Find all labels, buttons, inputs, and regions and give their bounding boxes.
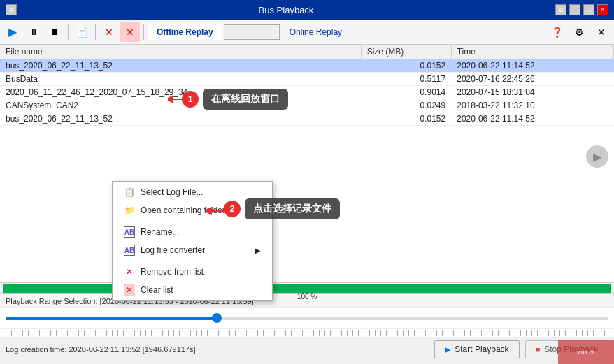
cell-time: 2020-07-16 22:45:26 (451, 73, 613, 86)
table-row[interactable]: bus_2020_06_22_11_13_52 0.0152 2020-06-2… (0, 112, 614, 126)
file-list-container[interactable]: File name Size (MB) Time bus_2020_06_22_… (0, 45, 614, 282)
callout-bubble-1: 在离线回放窗口 (203, 89, 288, 110)
stop-button[interactable]: ⏹ (45, 22, 64, 42)
progress-bar: 100 % (3, 284, 611, 293)
log-time-label: Log creation time: 2020-06-22 11:13:52 [… (6, 345, 429, 354)
table-row[interactable]: bus_2020_06_22_11_13_52 0.0152 2020-06-2… (0, 59, 614, 73)
tab-offline[interactable]: Offline Replay (148, 24, 222, 40)
remove-icon: ✕ (124, 266, 135, 277)
tab-input[interactable] (224, 24, 280, 40)
cell-time: 2018-03-22 11:32:10 (451, 99, 613, 112)
close-btn[interactable]: ✕ (597, 4, 608, 15)
window-title: Bus Playback (17, 5, 555, 15)
title-bar-controls: ⧉ ─ □ ✕ (555, 4, 608, 15)
converter-icon: AB (124, 245, 135, 256)
table-row[interactable]: BusData 0.5117 2020-07-16 22:45:26 (0, 73, 614, 86)
callout-circle-1: 1 (182, 91, 199, 108)
cell-filename: bus_2020_06_22_11_13_52 (0, 59, 361, 73)
title-bar: ⧉ Bus Playback ⧉ ─ □ ✕ (0, 0, 614, 20)
menu-item-remove-label: Remove from list (141, 267, 204, 277)
help-button[interactable]: ❓ (547, 22, 566, 42)
menu-item-rename[interactable]: AB Rename... (113, 223, 272, 241)
menu-item-rename-label: Rename... (141, 227, 179, 237)
slider-fill (6, 317, 217, 320)
clear-icon: ✕ (124, 284, 135, 296)
cell-filename: bus_2020_06_22_11_13_52 (0, 112, 361, 126)
cell-filename: CANSystem_CAN2 (0, 99, 361, 112)
cell-filename: BusData (0, 73, 361, 86)
submenu-arrow-icon: ▶ (255, 247, 261, 254)
play-button[interactable]: ▶ (3, 22, 22, 42)
progress-label: 100 % (297, 293, 317, 301)
bottom-bar: Log creation time: 2020-06-22 11:13:52 [… (0, 337, 614, 361)
new-file-button[interactable]: 📄 (72, 22, 92, 42)
cell-size: 0.0152 (361, 59, 451, 73)
rename-icon: AB (124, 226, 135, 238)
start-playback-label: Start Playback (455, 344, 508, 354)
delete-button[interactable]: ✕ (99, 22, 119, 42)
menu-sep1 (113, 221, 272, 221)
cell-size: 0.0249 (361, 99, 451, 112)
right-arrow-button[interactable]: ▶ (586, 145, 608, 168)
menu-item-log-converter-label: Log file converter (141, 245, 205, 255)
main-area: File name Size (MB) Time bus_2020_06_22_… (0, 45, 614, 282)
cell-size: 0.5117 (361, 73, 451, 86)
file-table: File name Size (MB) Time bus_2020_06_22_… (0, 45, 614, 126)
start-play-icon (445, 344, 450, 354)
col-header-filename: File name (0, 45, 361, 59)
restore-btn[interactable]: ⧉ (555, 4, 566, 15)
toolbar: ▶ ⏸ ⏹ 📄 ✕ ✕ Offline Replay Online Replay… (0, 20, 614, 45)
menu-item-clear-label: Clear list (141, 285, 173, 295)
watermark: icha.cn (558, 340, 614, 364)
cell-filename: 2020_06_11_22_46_12_2020_07_15_18_29_34 (0, 86, 361, 99)
maximize-btn[interactable]: □ (583, 4, 594, 15)
sep1 (68, 24, 69, 40)
table-row[interactable]: CANSystem_CAN2 0.0249 2018-03-22 11:32:1… (0, 99, 614, 112)
slider-thumb[interactable] (212, 313, 222, 323)
progress-area: 100 % (0, 282, 614, 293)
close-toolbar-button[interactable]: ✕ (592, 22, 611, 42)
settings-button[interactable]: ⚙ (569, 22, 589, 42)
col-header-time: Time (451, 45, 613, 59)
tick-marks-area (0, 328, 614, 337)
toolbar-right: ❓ ⚙ ✕ (547, 22, 611, 42)
delete2-button[interactable]: ✕ (120, 22, 140, 42)
title-bar-left-controls: ⧉ (6, 4, 17, 15)
minimize-btn[interactable]: ─ (569, 4, 580, 15)
stop-play-icon (536, 344, 541, 354)
callout-bubble-2: 点击选择记录文件 (245, 198, 340, 219)
callout-circle-2: 2 (224, 201, 241, 217)
menu-item-open-folder-label: Open containing folder... (141, 205, 231, 215)
cell-time: 2020-07-15 18:31:04 (451, 86, 613, 99)
cell-size: 0.0152 (361, 112, 451, 126)
select-log-icon: 📋 (124, 187, 135, 198)
folder-icon: 📁 (124, 205, 135, 216)
col-header-size: Size (MB) (361, 45, 451, 59)
sep2 (95, 24, 96, 40)
menu-item-clear[interactable]: ✕ Clear list (113, 281, 272, 299)
menu-item-select-log-label: Select Log File... (141, 187, 203, 197)
tick-marks (6, 330, 608, 336)
slider-track[interactable] (6, 317, 608, 320)
menu-sep2 (113, 261, 272, 261)
start-playback-button[interactable]: Start Playback (434, 340, 519, 358)
cell-size: 0.9014 (361, 86, 451, 99)
menu-item-log-converter[interactable]: AB Log file converter ▶ (113, 241, 272, 259)
tab-online[interactable]: Online Replay (281, 24, 350, 40)
table-row[interactable]: 2020_06_11_22_46_12_2020_07_15_18_29_34 … (0, 86, 614, 99)
menu-item-remove[interactable]: ✕ Remove from list (113, 263, 272, 281)
pause-button[interactable]: ⏸ (24, 22, 43, 42)
cell-time: 2020-06-22 11:14:52 (451, 59, 613, 73)
slider-area (0, 307, 614, 328)
progress-bar-fill (3, 284, 611, 293)
restore-icon[interactable]: ⧉ (6, 4, 17, 15)
sep3 (143, 24, 144, 40)
cell-time: 2020-06-22 11:14:52 (451, 112, 613, 126)
